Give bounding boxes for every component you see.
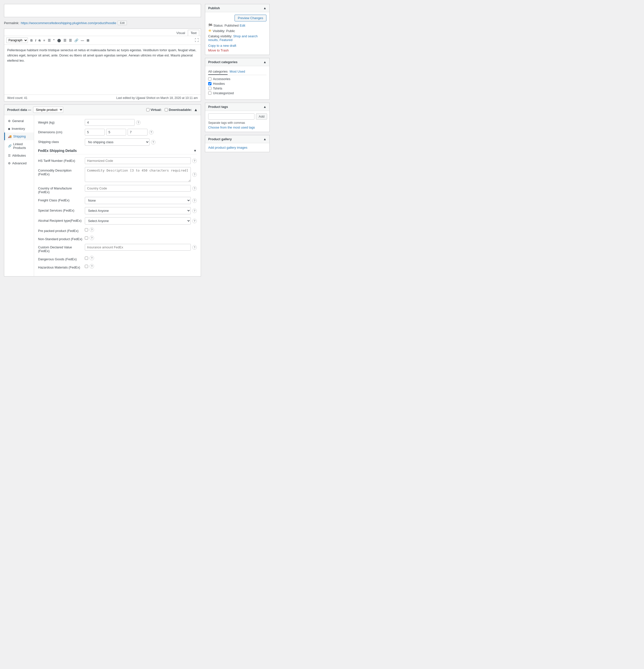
custom-declared-help-icon[interactable]: ?	[192, 245, 197, 250]
align-right-button[interactable]: ☰	[68, 38, 73, 43]
ordered-list-button[interactable]: ☰	[47, 38, 52, 43]
copy-draft-link[interactable]: Copy to a new draft	[208, 44, 266, 47]
nav-item-advanced[interactable]: ⚙ Advanced	[4, 159, 34, 167]
align-center-button[interactable]: ☰	[62, 38, 67, 43]
virtual-checkbox-label[interactable]: Virtual:	[146, 108, 162, 112]
move-trash-link[interactable]: Move to Trash	[208, 48, 266, 52]
tag-input[interactable]	[208, 113, 254, 119]
non-standard-help-icon[interactable]: ?	[89, 236, 94, 240]
cat-item-accessories[interactable]: Accessories	[208, 77, 266, 81]
more-button[interactable]: —	[80, 38, 85, 43]
special-services-select[interactable]: Select Anyone	[85, 207, 191, 214]
dimensions-help-icon[interactable]: ?	[149, 130, 153, 134]
tags-panel-body: Add Separate tags with commas Choose fro…	[205, 111, 269, 132]
table-button[interactable]: ⊞	[86, 38, 90, 43]
downloadable-checkbox[interactable]	[165, 108, 168, 111]
nav-label-linked-products: Linked Products	[13, 142, 31, 150]
cat-checkbox-uncategorized[interactable]	[208, 91, 211, 95]
cat-item-uncategorized[interactable]: Uncategorized	[208, 91, 266, 95]
choose-tags-link[interactable]: Choose from the most used tags	[208, 126, 255, 129]
nav-item-inventory[interactable]: ◆ Inventory	[4, 125, 34, 132]
gallery-panel-body: Add product gallery images	[205, 143, 269, 152]
shipping-class-select[interactable]: No shipping class	[85, 139, 150, 146]
weight-help-icon[interactable]: ?	[136, 120, 141, 125]
cat-label-accessories: Accessories	[213, 77, 230, 81]
commodity-textarea[interactable]	[85, 167, 191, 182]
post-title-input[interactable]: Hoodie	[6, 6, 199, 15]
tab-visual[interactable]: Visual	[173, 30, 188, 36]
country-field: ?	[85, 185, 197, 192]
hs-tariff-input[interactable]	[85, 157, 191, 164]
hazardous-checkbox[interactable]	[85, 265, 88, 268]
nav-item-shipping[interactable]: 🚚 Shipping	[4, 132, 34, 140]
virtual-checkbox[interactable]	[146, 108, 150, 111]
shipping-class-help-icon[interactable]: ?	[151, 140, 155, 144]
align-left-button[interactable]: ⬤	[56, 38, 62, 43]
weight-row: Weight (kg) ?	[38, 119, 197, 126]
non-standard-checkbox[interactable]	[85, 237, 88, 240]
product-type-select[interactable]: Simple product	[33, 106, 63, 113]
nav-item-attributes[interactable]: ☰ Attributes	[4, 152, 34, 159]
freight-select[interactable]: None	[85, 197, 191, 204]
editor-content[interactable]: Pellentesque habitant morbi tristique se…	[4, 45, 201, 95]
cat-checkbox-hoodies[interactable]	[208, 82, 211, 85]
alcohol-select[interactable]: Select Anyone	[85, 217, 191, 225]
product-data-collapse-icon[interactable]: ▲	[194, 108, 198, 112]
country-help-icon[interactable]: ?	[192, 186, 197, 191]
cat-checkbox-accessories[interactable]	[208, 77, 211, 81]
commodity-help-icon[interactable]: ?	[192, 172, 197, 177]
nav-label-advanced: Advanced	[12, 161, 27, 165]
fedex-section-title: FedEx Shipping Details	[38, 149, 77, 153]
tags-panel-header[interactable]: Product tags ▲	[205, 103, 269, 111]
nav-item-general[interactable]: ⚙ General	[4, 117, 34, 125]
cat-checkbox-tshirts[interactable]	[208, 87, 211, 90]
weight-input[interactable]	[85, 119, 135, 126]
tab-text[interactable]: Text	[188, 30, 199, 36]
special-services-help-icon[interactable]: ?	[192, 209, 197, 213]
dangerous-goods-label: Dangerous Goods (FedEx)	[38, 256, 83, 261]
categories-panel-header[interactable]: Product categories ▲	[205, 58, 269, 66]
dim-length-input[interactable]	[85, 129, 105, 136]
gallery-panel-header[interactable]: Product gallery ▲	[205, 135, 269, 143]
add-tag-button[interactable]: Add	[256, 113, 267, 119]
strikethrough-button[interactable]: S̶	[38, 38, 42, 43]
dangerous-goods-checkbox[interactable]	[85, 257, 88, 260]
hazardous-help-icon[interactable]: ?	[89, 264, 94, 269]
freight-help-icon[interactable]: ?	[192, 198, 197, 203]
pre-packed-checkbox[interactable]	[85, 228, 88, 231]
dim-height-input[interactable]	[128, 129, 148, 136]
status-edit-link[interactable]: Edit	[240, 24, 245, 27]
hs-tariff-help-icon[interactable]: ?	[192, 159, 197, 163]
alcohol-help-icon[interactable]: ?	[192, 219, 197, 223]
italic-button[interactable]: I	[34, 38, 37, 43]
expand-icon[interactable]: ⛶	[195, 38, 199, 43]
weight-field: ?	[85, 119, 197, 126]
gallery-panel: Product gallery ▲ Add product gallery im…	[205, 135, 270, 152]
paragraph-select[interactable]: Paragraph	[6, 38, 28, 43]
permalink-url[interactable]: https://woocommercefedexshipping.pluginh…	[20, 21, 116, 25]
link-button[interactable]: 🔗	[73, 38, 79, 43]
nav-item-linked-products[interactable]: 🔗 Linked Products	[4, 140, 34, 152]
dangerous-goods-help-icon[interactable]: ?	[89, 256, 94, 260]
tab-most-used[interactable]: Most Used	[229, 69, 245, 75]
publish-panel-header[interactable]: Publish ▲	[205, 4, 269, 12]
pre-packed-help-icon[interactable]: ?	[89, 227, 94, 232]
publish-collapse-icon: ▲	[263, 6, 266, 10]
tab-all-categories[interactable]: All categories	[208, 69, 228, 75]
dim-width-input[interactable]	[106, 129, 126, 136]
fedex-collapse-icon[interactable]: ▼	[193, 149, 197, 153]
country-input[interactable]	[85, 185, 191, 192]
custom-declared-input[interactable]	[85, 244, 191, 251]
bold-button[interactable]: B	[29, 38, 33, 43]
permalink-edit-button[interactable]: Edit	[118, 20, 127, 25]
visibility-label: Visibility:	[213, 29, 225, 33]
add-gallery-images-link[interactable]: Add product gallery images	[208, 146, 248, 150]
downloadable-checkbox-label[interactable]: Downloadable:	[165, 108, 192, 112]
editor-wrap: Visual Text Paragraph B I S̶ ≡ ☰ " ⬤ ☰ ☰…	[4, 29, 201, 101]
blockquote-button[interactable]: "	[52, 38, 56, 43]
preview-changes-button[interactable]: Preview Changes	[235, 15, 266, 22]
unordered-list-button[interactable]: ≡	[42, 38, 46, 43]
cat-item-tshirts[interactable]: Tshirts	[208, 86, 266, 90]
cat-label-hoodies: Hoodies	[213, 82, 225, 86]
cat-item-hoodies[interactable]: Hoodies	[208, 82, 266, 86]
